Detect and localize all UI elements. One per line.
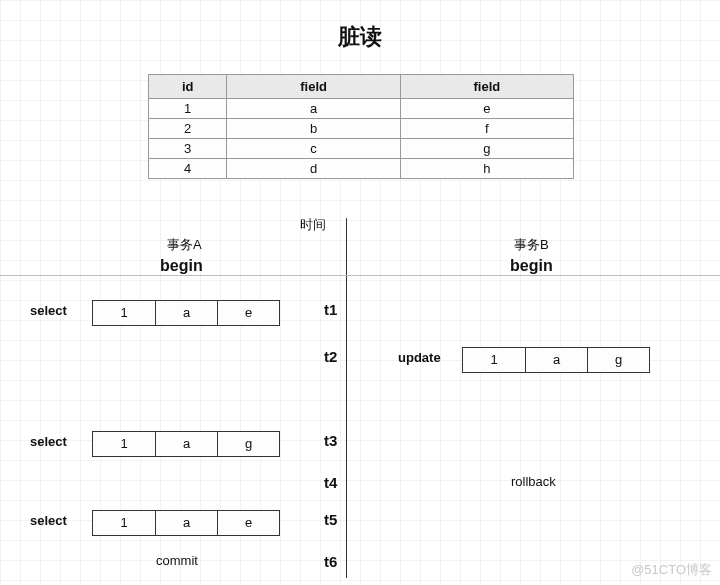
begin-separator: [0, 275, 720, 276]
time-tick: t5: [324, 511, 346, 528]
table-row: 1 a e: [149, 99, 574, 119]
table-row: 4 d h: [149, 159, 574, 179]
watermark: @51CTO博客: [631, 561, 712, 579]
t1-row: 1 a e: [92, 300, 280, 326]
op-select-label: select: [30, 434, 67, 449]
t2-row: 1 a g: [462, 347, 650, 373]
diagram-title: 脏读: [0, 0, 720, 52]
data-table: id field field 1 a e 2 b f 3 c g 4 d h: [148, 74, 574, 179]
time-tick: t3: [324, 432, 346, 449]
timeline-axis: [346, 218, 347, 578]
time-tick: t1: [324, 301, 346, 318]
t5-row: 1 a e: [92, 510, 280, 536]
time-tick: t6: [324, 553, 346, 570]
timeline-label: 时间: [300, 216, 326, 234]
op-select-label: select: [30, 513, 67, 528]
table-row: 2 b f: [149, 119, 574, 139]
col-field-1: field: [227, 75, 400, 99]
op-update-label: update: [398, 350, 441, 365]
txn-b-title: 事务B: [514, 236, 549, 254]
table-row: 3 c g: [149, 139, 574, 159]
op-select-label: select: [30, 303, 67, 318]
col-field-2: field: [400, 75, 573, 99]
t3-row: 1 a g: [92, 431, 280, 457]
txn-a-commit: commit: [156, 553, 198, 568]
txn-a-begin: begin: [160, 257, 203, 275]
time-tick: t2: [324, 348, 346, 365]
txn-b-begin: begin: [510, 257, 553, 275]
txn-b-rollback: rollback: [511, 474, 556, 489]
txn-a-title: 事务A: [167, 236, 202, 254]
col-id: id: [149, 75, 227, 99]
time-tick: t4: [324, 474, 346, 491]
